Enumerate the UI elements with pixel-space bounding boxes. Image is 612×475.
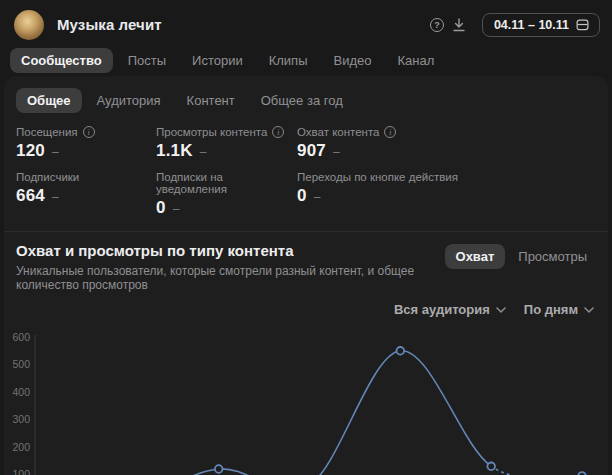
chart-point[interactable] (487, 463, 495, 471)
stat-value: 907 (297, 141, 326, 161)
subtab-content[interactable]: Контент (176, 88, 246, 113)
chart-point[interactable] (215, 465, 223, 473)
tab-stories[interactable]: Истории (181, 48, 254, 73)
stats-card: Общее Аудитория Контент Общее за год Пос… (4, 76, 608, 475)
stat-label: Переходы по кнопке действия (297, 171, 458, 183)
page-title: Музыка лечит (57, 16, 162, 33)
chevron-down-icon (496, 307, 506, 313)
y-tick-label: 100 (12, 468, 30, 475)
tab-video[interactable]: Видео (323, 48, 383, 73)
chevron-down-icon (584, 307, 594, 313)
download-arrow-icon (452, 18, 466, 32)
y-tick-label: 200 (12, 441, 30, 453)
chart-filters: Вся аудитория По дням (4, 292, 608, 317)
y-tick-label: 400 (12, 386, 30, 398)
question-circle-icon: ? (430, 18, 444, 32)
subtab-audience[interactable]: Аудитория (86, 88, 172, 113)
stat-value: 664 (16, 186, 45, 206)
date-range-button[interactable]: 04.11 – 10.11 (482, 13, 600, 37)
audience-filter-dropdown[interactable]: Вся аудитория (394, 302, 506, 317)
stat-label: Посещения (16, 126, 78, 138)
help-icon[interactable]: ? (426, 14, 448, 36)
info-icon[interactable]: i (272, 126, 284, 138)
subtab-year[interactable]: Общее за год (250, 88, 354, 113)
date-range-label: 04.11 – 10.11 (494, 18, 569, 32)
stat-content-views: Просмотры контентаi 1.1K– (156, 126, 297, 161)
stat-value: 1.1K (156, 141, 193, 161)
chart-line-solid (37, 351, 491, 475)
metric-toggle: Охват Просмотры (445, 244, 598, 269)
stat-trend: – (52, 145, 59, 159)
section-header: Охват и просмотры по типу контента Уника… (4, 232, 608, 292)
stat-trend: – (333, 145, 340, 159)
y-tick-label: 500 (12, 358, 30, 370)
stat-label: Просмотры контента (156, 126, 267, 138)
stat-trend: – (173, 202, 180, 216)
tab-channel[interactable]: Канал (387, 48, 446, 73)
section-title: Охват и просмотры по типу контента (16, 242, 445, 259)
y-tick-label: 600 (12, 331, 30, 343)
tab-clips[interactable]: Клипы (258, 48, 319, 73)
stat-visits: Посещенияi 120– (16, 126, 156, 161)
stat-notification-subs: Подписки на уведомления 0– (156, 171, 297, 218)
chart-line-dashed (491, 466, 582, 475)
stat-value: 0 (156, 198, 166, 218)
stat-label: Подписчики (16, 171, 79, 183)
stat-label: Подписки на уведомления (156, 171, 297, 195)
reach-line-chart[interactable]: 010020030040050060004 ноя05 ноя06 ноя07 … (4, 323, 608, 475)
y-tick-label: 300 (12, 413, 30, 425)
header: Музыка лечит ? 04.11 – 10.11 (0, 0, 612, 46)
stat-subscribers: Подписчики 664– (16, 171, 156, 218)
info-icon[interactable]: i (384, 126, 396, 138)
period-filter-dropdown[interactable]: По дням (524, 302, 594, 317)
sub-tabs: Общее Аудитория Контент Общее за год (4, 86, 608, 113)
tab-community[interactable]: Сообщество (10, 48, 113, 73)
community-avatar (14, 10, 44, 40)
stat-content-reach: Охват контентаi 907– (297, 126, 596, 161)
period-filter-label: По дням (524, 302, 578, 317)
toggle-reach[interactable]: Охват (445, 244, 506, 269)
stat-value: 0 (297, 186, 307, 206)
stat-value: 120 (16, 141, 45, 161)
stat-label: Охват контента (297, 126, 379, 138)
chart-point[interactable] (397, 347, 405, 355)
stat-trend: – (52, 190, 59, 204)
download-icon[interactable] (448, 14, 470, 36)
toggle-views[interactable]: Просмотры (507, 244, 598, 269)
tab-posts[interactable]: Посты (117, 48, 177, 73)
stat-action-button-clicks: Переходы по кнопке действия 0– (297, 171, 596, 218)
info-icon[interactable]: i (83, 126, 95, 138)
stat-trend: – (200, 145, 207, 159)
calendar-icon (576, 18, 589, 31)
stat-trend: – (314, 190, 321, 204)
subtab-general[interactable]: Общее (16, 88, 82, 113)
stats-grid: Посещенияi 120– Просмотры контентаi 1.1K… (4, 113, 608, 218)
section-subtitle: Уникальные пользователи, которые смотрел… (16, 264, 445, 292)
audience-filter-label: Вся аудитория (394, 302, 490, 317)
